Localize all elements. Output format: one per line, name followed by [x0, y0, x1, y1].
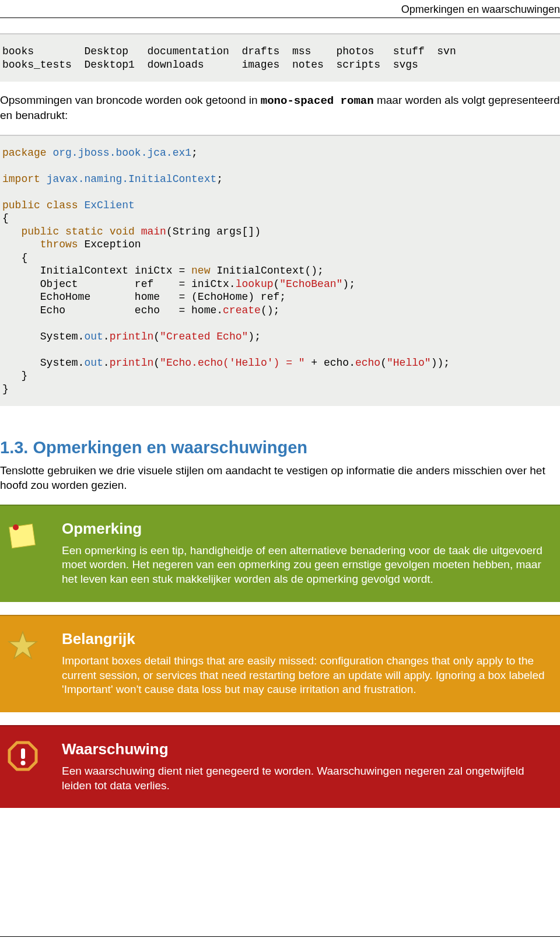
warning-body: Een waarschuwing dient niet genegeerd te…	[62, 764, 545, 793]
important-body: Important boxes detail things that are e…	[62, 654, 545, 697]
important-icon	[7, 630, 38, 662]
java-source-code: package org.jboss.book.jca.ex1; import j…	[0, 135, 560, 407]
svg-point-5	[21, 761, 26, 765]
note-admonition: Opmerking Een opmerking is een tip, hand…	[0, 505, 560, 602]
note-title: Opmerking	[62, 519, 545, 539]
intro-pre: Opsommingen van broncode worden ook geto…	[0, 94, 261, 106]
section-body: Tenslotte gebruiken we drie visuele stij…	[0, 464, 560, 492]
warning-title: Waarschuwing	[62, 739, 545, 760]
warning-admonition: Waarschuwing Een waarschuwing dient niet…	[0, 725, 560, 808]
svg-point-1	[13, 524, 19, 530]
running-header: Opmerkingen en waarschuwingen	[0, 0, 560, 18]
note-icon	[7, 520, 38, 551]
important-title: Belangrijk	[62, 629, 545, 649]
warning-icon	[7, 740, 38, 772]
mono-spaced-label: mono-spaced roman	[261, 94, 374, 107]
intro-paragraph: Opsommingen van broncode worden ook geto…	[0, 93, 560, 123]
svg-marker-2	[9, 632, 37, 659]
directory-listing-code: books Desktop documentation drafts mss p…	[0, 33, 560, 82]
section-heading: 1.3. Opmerkingen en waarschuwingen	[0, 436, 560, 459]
svg-rect-4	[21, 748, 25, 759]
note-body: Een opmerking is een tip, handigheidje o…	[62, 544, 545, 587]
important-admonition: Belangrijk Important boxes detail things…	[0, 615, 560, 712]
running-title: Opmerkingen en waarschuwingen	[401, 4, 560, 15]
